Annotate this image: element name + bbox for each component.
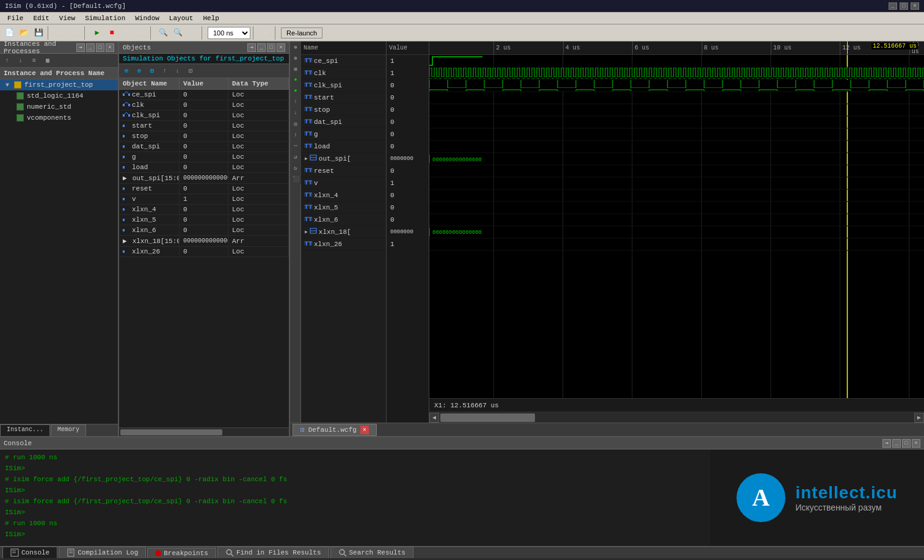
wave-side-btn-1[interactable]: ⊕ — [290, 42, 301, 53]
tree-item-std-logic[interactable]: std_logic_1164 — [0, 90, 118, 101]
obj-row-stop[interactable]: stop 0 Loc — [119, 131, 289, 142]
zoom-out-button[interactable]: 🔍 — [171, 26, 184, 40]
tab-search-results[interactable]: Search Results — [330, 547, 413, 558]
obj-float-btn[interactable]: ⇥ — [247, 43, 256, 52]
console-float-btn[interactable]: ⇥ — [882, 439, 891, 448]
obj-row-dat-spi[interactable]: dat_spi 0 Loc — [119, 142, 289, 152]
tree-item-numeric-std[interactable]: numeric_std — [0, 101, 118, 112]
obj-row-clk-spi[interactable]: clk_spi 0 Loc — [119, 111, 289, 121]
objects-scroll-thumb[interactable] — [120, 429, 222, 435]
console-max-btn[interactable]: □ — [902, 439, 911, 448]
zoom-fit-button[interactable]: ⊡ — [186, 26, 199, 40]
obj-row-clk[interactable]: clk 0 Loc — [119, 100, 289, 111]
obj-row-v[interactable]: v 1 Loc — [119, 194, 289, 205]
restart-button[interactable]: ⟳ — [120, 26, 133, 40]
stop-button[interactable]: ■ — [105, 26, 118, 40]
step-button[interactable]: ⇥ — [134, 26, 148, 40]
new-button[interactable]: 📄 — [2, 26, 16, 40]
obj-max-btn[interactable]: □ — [267, 43, 275, 52]
scroll-left-btn[interactable]: ◄ — [429, 413, 439, 423]
tab-find-files[interactable]: Find in Files Results — [217, 547, 329, 558]
obj-row-start[interactable]: start 0 Loc — [119, 121, 289, 131]
obj-row-reset[interactable]: reset 0 Loc — [119, 184, 289, 194]
redo-button[interactable]: ↪ — [68, 26, 82, 40]
menu-file[interactable]: File — [2, 13, 28, 23]
console-min-btn[interactable]: _ — [892, 439, 901, 448]
time-select[interactable]: 100 ns — [208, 27, 250, 39]
instances-max-button[interactable]: □ — [96, 43, 104, 52]
tab-instances[interactable]: Instanc... — [0, 424, 50, 436]
close-button[interactable]: × — [911, 2, 919, 10]
wave-side-btn-7[interactable]: ↓ — [290, 107, 301, 118]
wave-side-btn-12[interactable]: ↻ — [290, 162, 301, 173]
obj-tb-btn-5[interactable]: ↓ — [172, 65, 184, 76]
obj-tb-btn-6[interactable]: ⊡ — [184, 65, 197, 76]
file-tab-close-btn[interactable]: × — [360, 426, 369, 434]
relaunch-button[interactable]: Re-launch — [281, 27, 322, 38]
obj-min-btn[interactable]: _ — [257, 43, 266, 52]
obj-row-xlxn18[interactable]: ▶xlxn_18[15:0] 0000000000000000 Arr — [119, 236, 289, 247]
inst-tb-btn-3[interactable]: ≡ — [28, 55, 40, 66]
tree-item-first-project-top[interactable]: ▼ first_project_top — [0, 79, 118, 90]
obj-tb-btn-4[interactable]: ↑ — [159, 65, 171, 76]
instances-close-button[interactable]: × — [106, 43, 114, 52]
console-close-btn[interactable]: × — [912, 439, 920, 448]
menu-layout[interactable]: Layout — [164, 13, 198, 23]
wave-side-btn-4[interactable]: ● — [290, 75, 301, 85]
instances-float-button[interactable]: ⇥ — [76, 43, 85, 52]
tab-memory[interactable]: Memory — [51, 424, 86, 436]
menu-simulation[interactable]: Simulation — [80, 13, 130, 23]
tree-item-vcomponents[interactable]: vcomponents — [0, 112, 118, 123]
scroll-track[interactable] — [440, 413, 913, 422]
wave-side-btn-8[interactable]: ⊡ — [290, 118, 301, 129]
obj-tb-btn-1[interactable]: ⊕ — [120, 65, 133, 76]
menu-edit[interactable]: Edit — [28, 13, 54, 23]
scroll-right-btn[interactable]: ► — [914, 413, 924, 423]
file-tab-wcfg[interactable]: ⊡ Default.wcfg × — [293, 424, 377, 436]
obj-close-btn[interactable]: × — [277, 43, 285, 52]
obj-row-xlxn4[interactable]: xlxn_4 0 Loc — [119, 205, 289, 215]
zoom-in-button[interactable]: 🔍 — [156, 26, 170, 40]
wave-side-btn-2[interactable]: ⊕ — [290, 53, 301, 64]
inst-tb-btn-4[interactable]: ▦ — [42, 55, 54, 66]
menu-view[interactable]: View — [54, 13, 80, 23]
obj-row-xlxn6[interactable]: xlxn_6 0 Loc — [119, 225, 289, 236]
expand-icon-2[interactable]: ▶ — [123, 237, 127, 245]
obj-row-out-spi[interactable]: ▶out_spi[15:0] 0000000000000000 Arr — [119, 173, 289, 184]
inst-tb-btn-1[interactable]: ↑ — [1, 55, 13, 66]
expand-icon[interactable]: ▶ — [123, 174, 127, 182]
tab-breakpoints[interactable]: Breakpoints — [147, 548, 216, 558]
obj-row-xlxn5[interactable]: xlxn_5 0 Loc — [119, 215, 289, 225]
wave-scrollbar[interactable]: ◄ ► — [429, 412, 924, 423]
objects-scrollbar[interactable] — [119, 427, 289, 436]
wave-side-btn-3[interactable]: ⊞ — [290, 64, 301, 75]
marker-button[interactable]: ⊕ — [259, 26, 272, 40]
obj-row-ce-spi[interactable]: ce_spi 0 Loc — [119, 90, 289, 100]
menu-window[interactable]: Window — [130, 13, 164, 23]
wave-side-btn-5[interactable]: ● — [290, 85, 301, 96]
obj-tb-btn-3[interactable]: ⊞ — [146, 65, 158, 76]
bus-expand-8[interactable]: ▶ — [305, 156, 308, 161]
save-button[interactable]: 💾 — [32, 26, 45, 40]
menu-help[interactable]: Help — [198, 13, 224, 23]
minimize-button[interactable]: _ — [889, 2, 897, 10]
inst-tb-btn-2[interactable]: ↓ — [15, 55, 27, 66]
obj-row-load[interactable]: load 0 Loc — [119, 162, 289, 173]
open-button[interactable]: 📂 — [17, 26, 31, 40]
wave-side-btn-6[interactable]: ↑ — [290, 96, 301, 107]
wave-side-btn-10[interactable]: ↔ — [290, 140, 301, 151]
undo-button[interactable]: ↩ — [54, 26, 67, 40]
maximize-button[interactable]: □ — [900, 2, 908, 10]
bus-expand-14[interactable]: ▶ — [305, 229, 308, 235]
obj-row-xlxn26[interactable]: xlxn_26 0 Loc — [119, 247, 289, 257]
tab-console[interactable]: Console — [2, 547, 57, 558]
run-button[interactable]: ▶ — [90, 26, 104, 40]
tree-expand-icon[interactable]: ▼ — [4, 81, 11, 89]
wave-side-btn-9[interactable]: ↕ — [290, 129, 301, 140]
tab-compilation-log[interactable]: Compilation Log — [59, 547, 146, 558]
wave-side-btn-13[interactable]: ⬛ — [290, 173, 301, 184]
obj-row-g[interactable]: g 0 Loc — [119, 152, 289, 162]
obj-tb-btn-2[interactable]: ⊕ — [133, 65, 145, 76]
scroll-thumb-wave[interactable] — [440, 413, 535, 422]
instances-min-button[interactable]: _ — [86, 43, 95, 52]
